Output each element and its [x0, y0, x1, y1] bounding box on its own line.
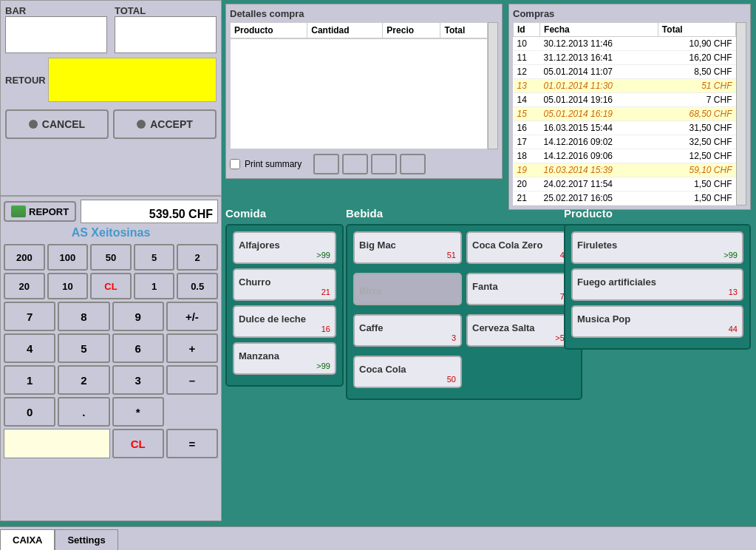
- bottom-tabs: CAIXA Settings: [0, 526, 756, 550]
- print-btns: [313, 154, 426, 174]
- compras-col-fecha: Fecha: [540, 23, 658, 37]
- num-1[interactable]: 1: [4, 365, 55, 395]
- product-btn-producto[interactable]: Fuego artificiales13: [571, 268, 743, 301]
- num-5[interactable]: 5: [58, 333, 109, 363]
- num-empty: [166, 397, 218, 427]
- product-btn-bebida[interactable]: Coca Cola Zero49: [466, 231, 575, 264]
- num-eq[interactable]: =: [166, 429, 218, 458]
- denom-row-1: 200 100 50 5 2: [4, 244, 218, 271]
- product-btn-bebida[interactable]: Fanta77: [466, 273, 575, 305]
- print-btn-1[interactable]: [313, 154, 339, 174]
- num-plus[interactable]: +: [166, 333, 218, 363]
- product-btn-producto[interactable]: Musica Pop44: [571, 305, 743, 338]
- comida-panel: Comida Alfajores>99Churro21Dulce de lech…: [225, 207, 344, 387]
- retour-box: [48, 58, 217, 102]
- compras-title: Compras: [513, 8, 746, 19]
- detalles-body: [230, 38, 488, 149]
- table-row[interactable]: 1301.01.2014 11:3051 CHF: [514, 79, 736, 93]
- total-display: 539.50 CHF: [81, 200, 218, 223]
- numpad: 7 8 9 +/- 4 5 6 + 1 2 3 – 0 . *: [4, 302, 218, 427]
- cancel-button[interactable]: CANCEL: [5, 109, 109, 139]
- denom-1[interactable]: 1: [134, 273, 175, 299]
- cancel-dot: [29, 120, 38, 129]
- producto-panel: Producto Firuletes>99Fuego artificiales1…: [564, 207, 751, 350]
- table-row[interactable]: 2024.02.2017 11:541,50 CHF: [514, 177, 736, 191]
- detalles-table: Producto Cantidad Precio Total: [230, 22, 488, 38]
- product-btn-comida[interactable]: Manzana>99: [233, 342, 336, 375]
- num-8[interactable]: 8: [58, 302, 109, 331]
- detalles-scrollbar[interactable]: [488, 22, 498, 149]
- product-btn-producto[interactable]: Firuletes>99: [571, 231, 743, 264]
- col-producto: Producto: [231, 23, 307, 38]
- print-btn-2[interactable]: [342, 154, 368, 174]
- detalles-title: Detalles compra: [230, 8, 498, 19]
- product-btn-comida[interactable]: Dulce de leche16: [233, 305, 336, 338]
- product-btn-comida[interactable]: Churro21: [233, 268, 336, 301]
- print-btn-3[interactable]: [371, 154, 397, 174]
- bar-input[interactable]: [5, 16, 107, 53]
- denom-2[interactable]: 2: [177, 244, 218, 271]
- table-row[interactable]: 1030.12.2013 11:4610,90 CHF: [514, 37, 736, 51]
- product-btn-bebida[interactable]: Cerveza Salta>59: [466, 314, 575, 347]
- table-row[interactable]: 1916.03.2014 15:3959,10 CHF: [514, 163, 736, 177]
- product-btn-bebida[interactable]: Caffe3: [353, 314, 462, 347]
- num-star[interactable]: *: [112, 397, 164, 427]
- num-input-field[interactable]: [4, 429, 110, 458]
- table-row[interactable]: 1814.12.2016 09:0612,50 CHF: [514, 149, 736, 163]
- print-btn-4[interactable]: [400, 154, 426, 174]
- report-icon: [11, 206, 26, 217]
- col-cantidad: Cantidad: [307, 23, 383, 38]
- table-row[interactable]: 1205.01.2014 11:078,50 CHF: [514, 65, 736, 79]
- num-7[interactable]: 7: [4, 302, 55, 331]
- num-2[interactable]: 2: [58, 365, 109, 395]
- compras-scroll-area: Id Fecha Total 1030.12.2013 11:4610,90 C…: [513, 22, 746, 206]
- table-row[interactable]: 1405.01.2014 19:167 CHF: [514, 93, 736, 107]
- product-btn-bebida[interactable]: Coca Cola50: [353, 356, 462, 388]
- bebida-box: Big Mac51Coca Cola Zero49BirraFanta77Caf…: [346, 224, 582, 400]
- num-0[interactable]: 0: [4, 397, 55, 427]
- calc-panel: REPORT 539.50 CHF AS Xeitosinas 200 100 …: [0, 196, 222, 521]
- total-input[interactable]: [115, 16, 217, 53]
- table-row[interactable]: 1714.12.2016 09:0232,50 CHF: [514, 135, 736, 149]
- num-3[interactable]: 3: [112, 365, 164, 395]
- compras-scrollbar[interactable]: [736, 22, 746, 206]
- num-dot[interactable]: .: [58, 397, 109, 427]
- denom-5[interactable]: 5: [134, 244, 175, 271]
- accept-button[interactable]: ACCEPT: [113, 109, 217, 139]
- product-btn-bebida[interactable]: Birra: [353, 273, 462, 305]
- bar-label: BAR: [5, 5, 107, 16]
- detalles-table-wrap: Producto Cantidad Precio Total: [230, 22, 498, 149]
- denom-200[interactable]: 200: [4, 244, 45, 271]
- num-6[interactable]: 6: [112, 333, 164, 363]
- denom-100[interactable]: 100: [47, 244, 89, 271]
- denom-20[interactable]: 20: [4, 273, 45, 299]
- num-cl-bottom[interactable]: CL: [112, 429, 164, 458]
- print-checkbox[interactable]: [230, 159, 240, 169]
- num-4[interactable]: 4: [4, 333, 55, 363]
- denom-50[interactable]: 50: [90, 244, 132, 271]
- company-name: AS Xeitosinas: [4, 226, 218, 240]
- compras-col-total: Total: [658, 23, 735, 37]
- compras-col-id: Id: [514, 23, 540, 37]
- bebida-title: Bebida: [346, 207, 582, 220]
- product-btn-comida[interactable]: Alfajores>99: [233, 231, 336, 264]
- num-minus[interactable]: –: [166, 365, 218, 395]
- product-btn-bebida[interactable]: Big Mac51: [353, 231, 462, 264]
- num-plusminus[interactable]: +/-: [166, 302, 218, 331]
- comida-box: Alfajores>99Churro21Dulce de leche16Manz…: [225, 224, 344, 387]
- table-row[interactable]: 2125.02.2017 16:051,50 CHF: [514, 191, 736, 206]
- compras-panel: Compras Id Fecha Total 1030.12.2013 11:4…: [508, 4, 751, 210]
- table-row[interactable]: 1131.12.2013 16:4116,20 CHF: [514, 51, 736, 65]
- denom-row-2: 20 10 CL 1 0.5: [4, 273, 218, 299]
- denom-05[interactable]: 0.5: [177, 273, 218, 299]
- num-9[interactable]: 9: [112, 302, 164, 331]
- denom-10[interactable]: 10: [47, 273, 89, 299]
- col-total: Total: [440, 23, 488, 38]
- producto-title: Producto: [564, 207, 751, 220]
- table-row[interactable]: 1616.03.2015 15:4431,50 CHF: [514, 121, 736, 135]
- report-button[interactable]: REPORT: [4, 201, 76, 222]
- tab-caixa[interactable]: CAIXA: [0, 529, 55, 550]
- tab-settings[interactable]: Settings: [55, 529, 118, 550]
- denom-cl[interactable]: CL: [90, 273, 132, 299]
- table-row[interactable]: 1505.01.2014 16:1968,50 CHF: [514, 107, 736, 121]
